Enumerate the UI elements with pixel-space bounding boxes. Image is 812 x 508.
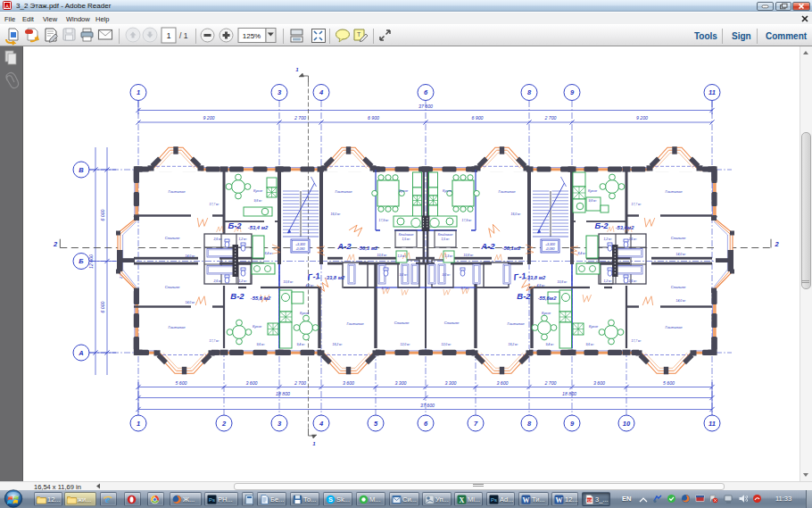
svg-text:6 000: 6 000 <box>100 301 105 312</box>
svg-text:Кухня: Кухня <box>589 325 598 329</box>
svg-text:17,7 м²: 17,7 м² <box>632 203 642 206</box>
svg-text:17,7 м²: 17,7 м² <box>210 203 220 206</box>
svg-text:10: 10 <box>623 420 631 428</box>
svg-text:Г-1: Г-1 <box>307 271 321 282</box>
svg-text:-56,1м2: -56,1м2 <box>502 246 522 251</box>
svg-text:Спальня: Спальня <box>165 285 180 289</box>
svg-text:+3,300: +3,300 <box>295 243 305 246</box>
svg-text:10,8 м²: 10,8 м² <box>558 280 568 284</box>
svg-text:X: X <box>460 496 465 504</box>
svg-text:Кухня: Кухня <box>399 189 408 193</box>
svg-text:Спальня: Спальня <box>671 236 686 240</box>
svg-text:-55,6 м2: -55,6 м2 <box>251 296 271 301</box>
svg-text:А-2: А-2 <box>480 241 495 251</box>
svg-text:3 600: 3 600 <box>497 380 509 386</box>
svg-text:Спальня: Спальня <box>671 285 686 289</box>
svg-text:В-2: В-2 <box>230 291 244 301</box>
svg-text:T: T <box>357 31 361 37</box>
svg-text:2,6 м²: 2,6 м² <box>627 237 637 241</box>
svg-text:1: 1 <box>137 88 140 96</box>
svg-text:1,3 м²: 1,3 м² <box>444 254 453 258</box>
svg-text:Кухня: Кухня <box>443 189 452 193</box>
svg-text:18,2 м²: 18,2 м² <box>509 343 519 346</box>
svg-text:Кухня: Кухня <box>300 312 309 315</box>
svg-text:2 700: 2 700 <box>294 115 306 121</box>
svg-text:9,4 м²: 9,4 м² <box>545 343 554 346</box>
svg-text:Ps: Ps <box>491 497 497 503</box>
svg-text:3 600: 3 600 <box>246 380 258 386</box>
svg-text:3,7 м²: 3,7 м² <box>381 287 390 290</box>
svg-text:1,2 м²: 1,2 м² <box>603 237 612 241</box>
svg-text:3 300: 3 300 <box>395 380 407 386</box>
svg-text:Спальня: Спальня <box>165 236 180 240</box>
svg-text:Гостиная: Гостиная <box>346 321 364 326</box>
svg-text:Б-2: Б-2 <box>228 221 242 230</box>
svg-text:3 600: 3 600 <box>593 380 605 386</box>
svg-text:9 200: 9 200 <box>203 115 215 121</box>
svg-text:17,9 м²: 17,9 м² <box>379 219 390 222</box>
svg-text:3,0 м²: 3,0 м² <box>442 273 451 277</box>
svg-text:Гостиная: Гостиная <box>507 321 525 326</box>
svg-text:Кладовая: Кладовая <box>399 233 414 237</box>
svg-text:18 800: 18 800 <box>562 391 576 396</box>
svg-text:1,2 м²: 1,2 м² <box>603 279 612 283</box>
svg-text:1,3 м²: 1,3 м² <box>397 254 406 258</box>
svg-text:В: В <box>79 166 84 174</box>
svg-text:12,0 м²: 12,0 м² <box>442 343 452 346</box>
svg-text:Кухня: Кухня <box>542 312 551 315</box>
svg-text:S: S <box>328 496 333 504</box>
svg-text:2 700: 2 700 <box>544 115 557 121</box>
svg-text:9,6 м²: 9,6 м² <box>256 343 265 346</box>
svg-text:9,8 м²: 9,8 м² <box>588 199 597 203</box>
svg-text:2: 2 <box>53 240 58 248</box>
svg-text:8,4 м²: 8,4 м² <box>264 252 273 255</box>
svg-text:Гостиная: Гостиная <box>335 189 352 194</box>
svg-text:17,7 м²: 17,7 м² <box>632 339 642 343</box>
svg-text:2,6 м²: 2,6 м² <box>212 237 222 241</box>
svg-text:Б: Б <box>79 257 84 265</box>
svg-text:1,2 м²: 1,2 м² <box>238 279 247 283</box>
svg-text:Гостиная: Гостиная <box>498 189 516 194</box>
svg-text:10,8 м²: 10,8 м² <box>464 254 475 257</box>
svg-text:10,8 м²: 10,8 м² <box>377 254 388 257</box>
svg-text:14,0 м²: 14,0 м² <box>186 301 196 304</box>
svg-text:12,0 м²: 12,0 м² <box>401 343 411 346</box>
svg-text:1: 1 <box>295 67 299 72</box>
svg-text:6 000: 6 000 <box>100 209 105 221</box>
svg-text:3,7 м²: 3,7 м² <box>460 287 469 290</box>
svg-text:А: А <box>78 349 83 357</box>
svg-text:9,8 м²: 9,8 м² <box>253 199 262 203</box>
svg-text:Кладовая: Кладовая <box>438 233 453 237</box>
svg-text:W: W <box>523 496 530 504</box>
svg-text:3 600: 3 600 <box>343 380 354 386</box>
svg-text:14,0 м²: 14,0 м² <box>676 299 687 303</box>
svg-text:Ps: Ps <box>209 497 215 503</box>
svg-text:125%: 125% <box>243 32 261 40</box>
svg-text:18,2 м²: 18,2 м² <box>333 343 344 346</box>
svg-text:2: 2 <box>221 420 227 428</box>
svg-text:14,0 м²: 14,0 м² <box>676 253 687 256</box>
svg-text:2,6 м²: 2,6 м² <box>627 279 637 283</box>
svg-text:Гостиная: Гостиная <box>665 189 683 194</box>
svg-text:2: 2 <box>774 240 779 248</box>
svg-text:9,4 м²: 9,4 м² <box>296 343 305 346</box>
svg-text:6 900: 6 900 <box>472 115 484 121</box>
svg-text:Гостиная: Гостиная <box>168 189 186 194</box>
svg-text:18 800: 18 800 <box>276 391 290 396</box>
svg-text:Кухня: Кухня <box>253 189 262 193</box>
svg-text:37 600: 37 600 <box>418 104 433 109</box>
svg-text:-33,8 м2: -33,8 м2 <box>325 275 345 280</box>
svg-text:9,6 м²: 9,6 м² <box>585 343 594 346</box>
svg-text:A: A <box>5 4 9 9</box>
svg-text:1: 1 <box>312 441 316 446</box>
svg-text:2,6 м²: 2,6 м² <box>212 279 222 283</box>
svg-text:17,7 м²: 17,7 м² <box>210 339 220 343</box>
svg-text:/ 1: / 1 <box>179 31 188 40</box>
svg-text:-33,8 м2: -33,8 м2 <box>526 275 546 280</box>
svg-text:9 200: 9 200 <box>636 115 648 121</box>
svg-text:Кухня: Кухня <box>588 189 597 193</box>
svg-text:4: 4 <box>319 88 324 96</box>
svg-text:-0,080: -0,080 <box>545 247 554 251</box>
svg-text:3 300: 3 300 <box>445 380 457 386</box>
svg-text:1: 1 <box>137 420 140 428</box>
